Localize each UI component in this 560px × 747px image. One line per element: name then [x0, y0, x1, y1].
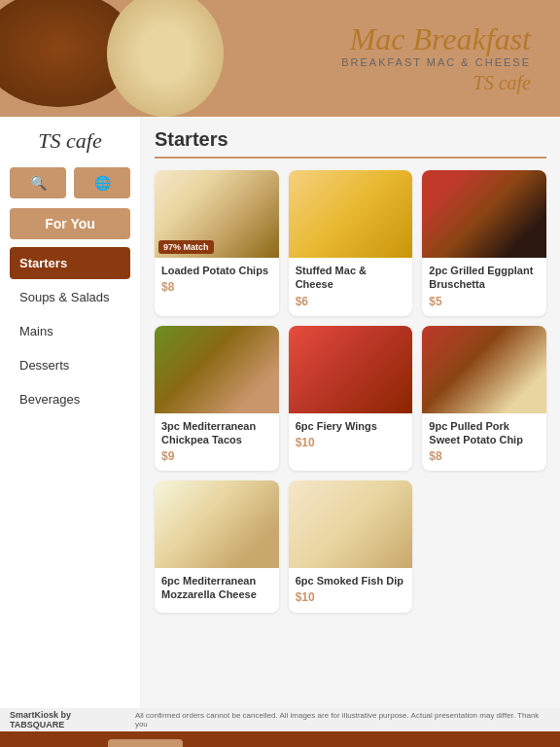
disclaimer-bar: SmartKiosk by TABSQUARE All confirmed or… [0, 708, 560, 731]
menu-item-name: 6pc Mediterranean Mozzarella Cheese [161, 574, 272, 602]
sidebar-icons: 🔍 🌐 [10, 167, 130, 198]
menu-item-image-grilled-eggplant [422, 170, 546, 258]
menu-item-image-fiery-wings [289, 326, 413, 413]
subtotal-label: Subtotal : - [480, 744, 546, 748]
match-badge: 97% Match [158, 240, 214, 254]
menu-item-price: $9 [161, 449, 272, 463]
menu-item-price: $6 [296, 295, 406, 308]
sidebar-item-starters[interactable]: Starters [10, 247, 130, 279]
menu-item-price: $8 [429, 449, 540, 463]
menu-item-name: 6pc Smoked Fish Dip [296, 574, 406, 587]
menu-item-name: 2pc Grilled Eggplant Bruschetta [429, 264, 540, 292]
hero-title: Mac Breakfast [341, 23, 531, 54]
menu-item-image-chickpea-tacos [155, 326, 279, 413]
for-you-button[interactable]: For You [10, 208, 130, 239]
sidebar-item-desserts[interactable]: Desserts [10, 349, 130, 381]
menu-item-grilled-eggplant[interactable]: 2pc Grilled Eggplant Bruschetta$5 [422, 170, 546, 316]
menu-grid: 97% MatchLoaded Potato Chips$8Stuffed Ma… [155, 170, 546, 613]
menu-item-name: 6pc Fiery Wings [296, 419, 406, 433]
sidebar-item-mains[interactable]: Mains [10, 315, 130, 347]
sidebar: TS cafe 🔍 🌐 For You Starters Soups & Sal… [0, 117, 141, 708]
menu-item-image-mediterranean-mozza [155, 480, 279, 568]
content-area: Starters 97% MatchLoaded Potato Chips$8S… [141, 117, 560, 708]
sidebar-logo: TS cafe [10, 128, 130, 154]
menu-item-pulled-pork[interactable]: 9pc Pulled Pork Sweet Potato Chip$8 [422, 326, 546, 472]
sidebar-item-beverages[interactable]: Beverages [10, 383, 130, 415]
hero-subtitle: BREAKFAST MAC & CHEESE [341, 56, 531, 68]
menu-item-name: Stuffed Mac & Cheese [296, 264, 406, 292]
section-title: Starters [155, 128, 546, 159]
main-layout: TS cafe 🔍 🌐 For You Starters Soups & Sal… [0, 117, 560, 708]
bottom-bar: Get Rewarded LOG IN (Prices shown are in… [0, 731, 560, 747]
sidebar-item-soups-salads[interactable]: Soups & Salads [10, 281, 130, 313]
hero-food-right [107, 0, 224, 117]
menu-item-price: $8 [161, 280, 272, 294]
disclaimer-text: All confirmed orders cannot be cancelled… [135, 711, 550, 729]
menu-item-chickpea-tacos[interactable]: 3pc Mediterranean Chickpea Tacos$9 [155, 326, 279, 472]
menu-item-stuffed-mac-cheese[interactable]: Stuffed Mac & Cheese$6 [289, 170, 413, 316]
menu-item-image-pulled-pork [422, 326, 546, 413]
menu-item-image-stuffed-mac-cheese [289, 170, 413, 258]
globe-icon: 🌐 [94, 175, 111, 191]
hero-brand: TS cafe [341, 72, 531, 94]
hero-banner: Mac Breakfast BREAKFAST MAC & CHEESE TS … [0, 0, 560, 117]
get-rewarded-label: Get Rewarded [14, 744, 98, 748]
menu-item-name: 9pc Pulled Pork Sweet Potato Chip [429, 419, 540, 447]
search-icon: 🔍 [30, 175, 47, 191]
menu-item-price: $10 [296, 590, 406, 604]
language-button[interactable]: 🌐 [74, 167, 130, 198]
menu-item-name: Loaded Potato Chips [161, 264, 272, 277]
search-button[interactable]: 🔍 [10, 167, 66, 198]
menu-item-price: $10 [296, 436, 406, 449]
login-button[interactable]: LOG IN [108, 739, 183, 748]
menu-item-smoked-fish-dip[interactable]: 6pc Smoked Fish Dip$10 [289, 480, 413, 613]
menu-item-image-smoked-fish-dip [289, 480, 413, 568]
menu-item-loaded-potato-chips[interactable]: 97% MatchLoaded Potato Chips$8 [155, 170, 279, 316]
menu-item-price: $5 [429, 295, 540, 308]
disclaimer-brand: SmartKiosk by TABSQUARE [10, 710, 127, 729]
menu-item-name: 3pc Mediterranean Chickpea Tacos [161, 419, 272, 447]
menu-item-image-loaded-potato-chips: 97% Match [155, 170, 279, 258]
menu-item-mediterranean-mozza[interactable]: 6pc Mediterranean Mozzarella Cheese [155, 480, 279, 613]
menu-item-fiery-wings[interactable]: 6pc Fiery Wings$10 [289, 326, 413, 472]
hero-text: Mac Breakfast BREAKFAST MAC & CHEESE TS … [341, 23, 531, 94]
